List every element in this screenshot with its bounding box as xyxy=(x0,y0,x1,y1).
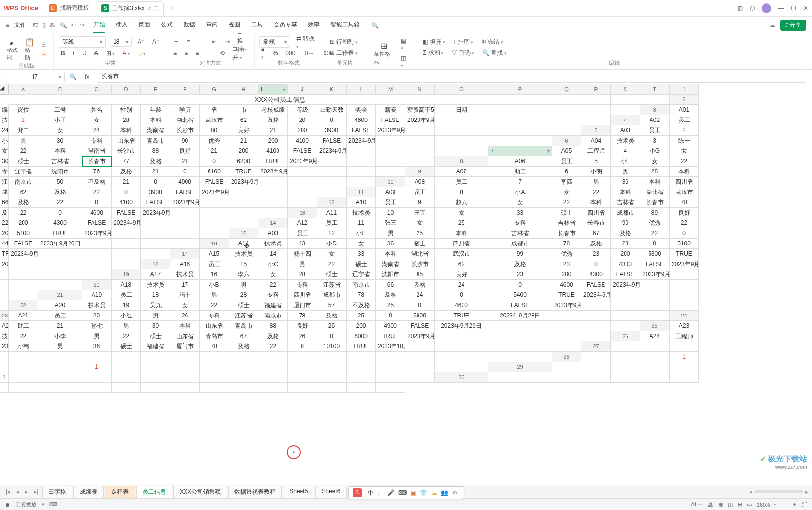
row-header-18[interactable]: 18 xyxy=(141,259,170,269)
data-cell[interactable]: A15 xyxy=(200,249,229,259)
empty-cell[interactable] xyxy=(435,146,488,156)
empty-cell[interactable] xyxy=(141,352,170,362)
data-cell[interactable]: 17 xyxy=(170,280,200,290)
empty-cell[interactable] xyxy=(82,249,112,259)
data-cell[interactable]: 200 xyxy=(347,321,376,331)
empty-cell[interactable] xyxy=(229,362,258,372)
data-cell[interactable]: 小F xyxy=(611,156,640,167)
data-cell[interactable]: 成都市 xyxy=(0,187,9,197)
data-cell[interactable]: 12 xyxy=(317,228,347,239)
empty-cell[interactable] xyxy=(640,362,670,372)
data-cell[interactable]: 本科 xyxy=(141,115,170,125)
empty-cell[interactable] xyxy=(611,105,640,115)
data-cell[interactable]: 4 xyxy=(611,146,640,156)
data-cell[interactable]: 及格 xyxy=(611,228,640,239)
data-cell[interactable]: 长春市 xyxy=(82,156,112,167)
data-cell[interactable]: 员工 xyxy=(112,290,141,300)
data-cell[interactable]: 员工 xyxy=(317,218,347,228)
data-cell[interactable]: 成都市 xyxy=(317,290,347,300)
empty-cell[interactable] xyxy=(488,321,552,331)
menu-tab-插入[interactable]: 插入 xyxy=(116,18,128,33)
keyboard-icon[interactable]: ⌨ xyxy=(49,501,57,508)
empty-cell[interactable] xyxy=(258,362,288,372)
data-cell[interactable]: 小G xyxy=(640,146,670,156)
row-header-9[interactable]: 9 xyxy=(405,167,435,177)
data-cell[interactable]: 0 xyxy=(317,115,347,125)
col-header-E[interactable]: E xyxy=(141,84,170,95)
empty-cell[interactable] xyxy=(141,239,170,249)
sheet-tab-Sheet6[interactable]: Sheet6 xyxy=(315,486,347,498)
find-button[interactable]: 🔍 查找 xyxy=(480,48,509,58)
data-cell[interactable]: 2023年9月18日 xyxy=(112,218,141,228)
data-cell[interactable]: TRUE xyxy=(435,311,488,321)
col-header-G[interactable]: G xyxy=(200,84,229,95)
data-cell[interactable]: 女 xyxy=(640,156,670,167)
empty-cell[interactable] xyxy=(670,300,699,311)
data-cell[interactable]: 2023年9月16日 xyxy=(170,197,200,208)
data-cell[interactable]: FALSE xyxy=(611,269,640,280)
data-cell[interactable]: 22 xyxy=(258,341,288,352)
empty-cell[interactable] xyxy=(170,228,200,239)
col-header-O[interactable]: O xyxy=(435,84,488,95)
data-cell[interactable]: 及格 xyxy=(38,187,82,197)
empty-cell[interactable] xyxy=(141,228,170,239)
data-cell[interactable]: A22 xyxy=(0,321,9,331)
empty-cell[interactable] xyxy=(581,105,611,115)
data-cell[interactable]: 4100 xyxy=(258,146,288,156)
data-cell[interactable]: 本科 xyxy=(670,167,699,177)
data-cell[interactable]: 57 xyxy=(317,300,347,311)
data-cell[interactable]: 沈阳市 xyxy=(376,269,405,280)
data-cell[interactable]: 2023年9月9日 xyxy=(376,125,405,136)
data-cell[interactable]: 硕士 xyxy=(405,239,435,249)
data-cell[interactable]: 2023年9月8日 xyxy=(405,115,435,125)
orientation-icon[interactable]: ⟲ xyxy=(218,49,227,58)
data-cell[interactable]: A11 xyxy=(317,208,347,218)
formula-input[interactable]: 长春市 xyxy=(97,71,806,83)
maximize-icon[interactable]: ☐ xyxy=(791,5,796,12)
data-cell[interactable]: A21 xyxy=(9,311,38,321)
data-cell[interactable]: 福建省 xyxy=(258,300,288,311)
data-cell[interactable]: A05 xyxy=(552,146,581,156)
header-cell[interactable]: 年龄 xyxy=(141,105,170,115)
empty-cell[interactable] xyxy=(405,156,435,167)
data-cell[interactable]: 男 xyxy=(9,136,38,146)
align-justify-icon[interactable]: ≣ xyxy=(205,49,214,58)
empty-cell[interactable] xyxy=(170,383,200,393)
data-cell[interactable]: 22 xyxy=(552,197,581,208)
data-cell[interactable]: 男 xyxy=(200,290,229,300)
data-cell[interactable]: TRUE xyxy=(552,290,581,300)
empty-cell[interactable] xyxy=(670,290,699,300)
empty-cell[interactable] xyxy=(141,249,170,259)
empty-cell[interactable] xyxy=(347,383,376,393)
data-cell[interactable]: 及格 xyxy=(405,280,435,290)
data-cell[interactable]: 22 xyxy=(670,156,699,167)
save-icon[interactable]: 🖫 xyxy=(33,22,39,29)
data-cell[interactable]: 吴九 xyxy=(141,300,170,311)
data-cell[interactable]: 辽宁省 xyxy=(347,269,376,280)
empty-cell[interactable] xyxy=(288,372,317,383)
empty-cell[interactable] xyxy=(0,269,9,280)
empty-cell[interactable] xyxy=(435,352,488,362)
tab-workbook[interactable]: S工作簿3.xlsx ○ ⬚ xyxy=(96,1,164,15)
data-cell[interactable]: 青岛市 xyxy=(229,321,258,331)
header-cell[interactable]: 市 xyxy=(229,105,258,115)
empty-cell[interactable] xyxy=(200,352,229,362)
data-cell[interactable]: 85 xyxy=(405,269,435,280)
empty-cell[interactable] xyxy=(258,372,288,383)
empty-cell[interactable] xyxy=(141,372,170,383)
row-header-15[interactable]: 15 xyxy=(229,228,258,239)
empty-cell[interactable] xyxy=(112,383,141,393)
header-cell[interactable]: 日期 xyxy=(435,105,488,115)
data-cell[interactable]: 张三 xyxy=(376,218,405,228)
empty-cell[interactable] xyxy=(376,362,405,372)
avatar[interactable] xyxy=(762,3,771,13)
empty-cell[interactable] xyxy=(611,362,640,372)
empty-cell[interactable] xyxy=(200,208,229,218)
data-cell[interactable]: 36 xyxy=(376,239,405,249)
data-cell[interactable]: A07 xyxy=(435,167,488,177)
data-cell[interactable]: 吉林省 xyxy=(38,156,82,167)
data-cell[interactable]: 不及格 xyxy=(82,177,112,187)
data-cell[interactable]: 小李 xyxy=(38,331,82,341)
data-cell[interactable]: 及格 xyxy=(141,156,170,167)
data-cell[interactable]: 厦门市 xyxy=(288,300,317,311)
